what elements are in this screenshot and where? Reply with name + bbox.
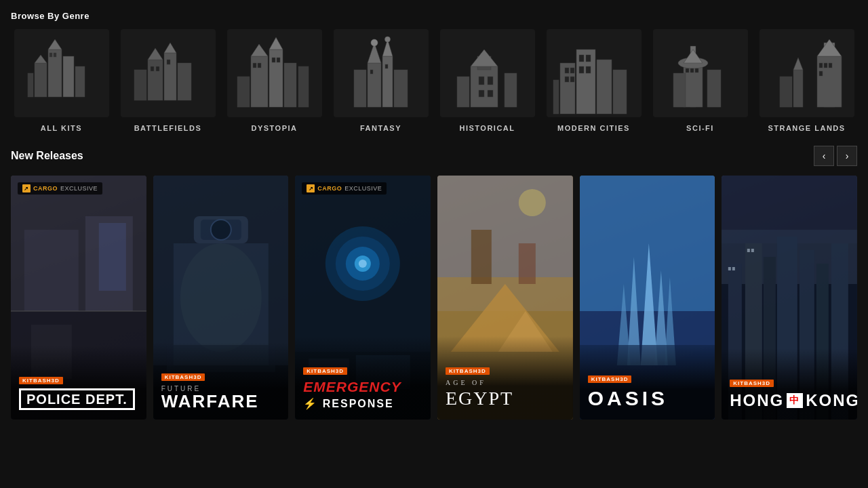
svg-marker-41 — [471, 49, 498, 66]
svg-point-111 — [519, 189, 546, 216]
svg-marker-23 — [251, 44, 268, 56]
next-button[interactable]: › — [837, 146, 857, 166]
svg-rect-83 — [99, 223, 126, 291]
svg-rect-51 — [613, 70, 627, 114]
svg-rect-3 — [75, 66, 85, 97]
genre-label-fantasy: FANTASY — [360, 124, 401, 132]
genre-item-historical[interactable]: HISTORICAL — [437, 29, 538, 132]
svg-rect-73 — [793, 70, 803, 107]
svg-rect-55 — [565, 77, 569, 82]
svg-rect-65 — [707, 70, 721, 107]
genre-item-battlefields[interactable]: BATTLEFIELDS — [117, 29, 218, 132]
new-releases-title: New Releases — [11, 150, 83, 162]
svg-rect-134 — [751, 249, 754, 252]
svg-rect-28 — [277, 58, 280, 62]
genre-icon-all-kits — [14, 29, 109, 117]
svg-rect-38 — [385, 64, 388, 68]
card-oasis[interactable]: KITBASH3D OASIS — [580, 176, 715, 420]
card-footer-egypt: KITBASH3D AGE OF EGYPT — [437, 336, 573, 420]
svg-rect-11 — [178, 63, 191, 100]
svg-rect-78 — [829, 63, 832, 68]
svg-point-100 — [359, 260, 367, 268]
svg-rect-64 — [673, 73, 686, 107]
card-title-police: POLICE DEPT. — [19, 388, 135, 410]
genre-label-modern-cities: MODERN CITIES — [557, 124, 630, 132]
genre-item-dystopia[interactable]: DYSTOPIA — [224, 29, 325, 132]
svg-marker-66 — [684, 49, 703, 63]
card-title-hong-kong: HONG 中 KONG — [730, 391, 849, 410]
card-age-of-egypt[interactable]: KITBASH3D AGE OF EGYPT — [437, 176, 573, 420]
svg-rect-53 — [565, 68, 569, 73]
svg-rect-52 — [553, 80, 559, 114]
svg-rect-67 — [686, 68, 689, 73]
card-footer-hong-kong: KITBASH3D HONG 中 KONG — [722, 348, 857, 420]
genre-item-strange-lands[interactable]: STRANGE LANDS — [756, 29, 857, 132]
svg-rect-68 — [690, 68, 694, 73]
svg-marker-14 — [164, 43, 176, 53]
svg-rect-56 — [570, 77, 574, 82]
card-future-warfare[interactable]: KITBASH3D FUTURE WARFARE — [153, 176, 289, 420]
badge-icon-emergency: ↗ — [307, 184, 315, 192]
svg-point-89 — [180, 243, 261, 352]
svg-marker-24 — [269, 37, 283, 49]
card-brand-warfare: KITBASH3D — [161, 373, 205, 381]
svg-rect-133 — [747, 249, 750, 252]
svg-rect-45 — [488, 77, 493, 85]
cargo-badge-police: ↗ CARGO EXCLUSIVE — [18, 182, 102, 195]
genre-grid: ALL KITS — [11, 29, 857, 132]
svg-rect-76 — [819, 63, 823, 68]
genre-label-historical: HISTORICAL — [459, 124, 515, 132]
card-hong-kong[interactable]: KITBASH3D HONG 中 KONG — [722, 176, 857, 420]
svg-rect-8 — [54, 53, 56, 57]
browse-heading: Browse By Genre — [11, 11, 857, 21]
svg-rect-2 — [63, 56, 74, 97]
card-footer-oasis: KITBASH3D OASIS — [580, 344, 715, 420]
svg-rect-59 — [579, 66, 584, 73]
svg-rect-50 — [597, 60, 612, 114]
genre-item-sci-fi[interactable]: SCI-FI — [650, 29, 751, 132]
cards-container: ↗ CARGO EXCLUSIVE KITBASH3D POLICE DEPT. — [11, 176, 857, 420]
svg-rect-69 — [695, 68, 698, 73]
genre-icon-sci-fi — [653, 29, 748, 117]
svg-rect-77 — [824, 63, 827, 68]
svg-rect-15 — [151, 66, 154, 71]
svg-rect-74 — [780, 77, 792, 107]
svg-rect-29 — [368, 63, 381, 107]
svg-rect-37 — [370, 70, 373, 74]
genre-icon-fantasy — [334, 29, 429, 117]
svg-rect-12 — [134, 70, 146, 100]
genre-icon-battlefields — [121, 29, 216, 117]
svg-marker-72 — [817, 39, 842, 56]
svg-rect-54 — [570, 68, 574, 73]
svg-rect-60 — [586, 66, 591, 73]
prev-button[interactable]: ‹ — [814, 146, 834, 166]
card-police-dept[interactable]: ↗ CARGO EXCLUSIVE KITBASH3D POLICE DEPT. — [11, 176, 146, 420]
svg-rect-27 — [272, 58, 275, 62]
svg-rect-43 — [505, 73, 517, 107]
svg-rect-57 — [579, 55, 584, 62]
svg-rect-81 — [24, 230, 79, 311]
browse-by-genre-section: Browse By Genre — [11, 11, 857, 132]
svg-rect-9 — [148, 60, 163, 100]
genre-item-modern-cities[interactable]: MODERN CITIES — [543, 29, 644, 132]
svg-marker-75 — [793, 58, 803, 70]
svg-rect-16 — [156, 66, 159, 71]
card-brand-hong-kong: KITBASH3D — [730, 380, 774, 387]
genre-icon-strange-lands — [760, 29, 854, 117]
svg-rect-44 — [479, 77, 484, 85]
genre-item-all-kits[interactable]: ALL KITS — [11, 29, 112, 132]
svg-point-92 — [210, 220, 231, 240]
svg-rect-79 — [819, 71, 823, 76]
card-emergency-response[interactable]: ↗ CARGO EXCLUSIVE KITBASH3D EMERGENCY⚡ R… — [295, 176, 431, 420]
svg-rect-131 — [728, 267, 731, 270]
card-footer-emergency: KITBASH3D EMERGENCY⚡ RESPONSE — [295, 336, 431, 420]
card-brand-emergency: KITBASH3D — [303, 367, 347, 375]
card-title-egypt: AGE OF EGYPT — [446, 379, 565, 410]
genre-item-fantasy[interactable]: FANTASY — [330, 29, 431, 132]
card-title-emergency: EMERGENCY⚡ RESPONSE — [303, 379, 422, 410]
new-releases-section: New Releases ‹ › — [11, 146, 857, 420]
svg-rect-32 — [394, 70, 408, 107]
svg-rect-47 — [488, 90, 493, 97]
card-brand-egypt: KITBASH3D — [446, 367, 490, 375]
card-title-warfare: WARFARE — [161, 392, 281, 410]
